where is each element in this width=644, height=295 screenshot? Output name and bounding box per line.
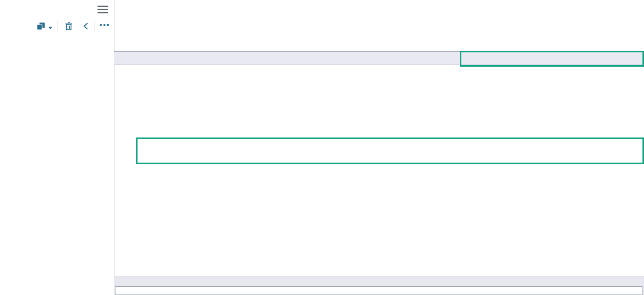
copy-dropdown-button[interactable] [48,25,52,32]
chevron-left-icon [83,23,88,30]
copy-icon [37,23,46,30]
highlight-box-rows [136,137,644,164]
pnl-remarks-textarea[interactable] [115,286,642,295]
vessel-sidebar: ••• [0,0,114,295]
delete-button[interactable] [65,22,72,32]
caret-down-icon [48,27,52,29]
sidebar-toolbar: ••• [0,19,114,34]
menu-icon[interactable] [97,6,108,13]
back-button[interactable] [83,23,88,31]
pnl-table [114,0,644,295]
pnl-table-header [114,51,644,65]
more-button[interactable]: ••• [100,21,110,29]
trash-icon [65,22,72,30]
copy-button[interactable] [37,23,46,32]
